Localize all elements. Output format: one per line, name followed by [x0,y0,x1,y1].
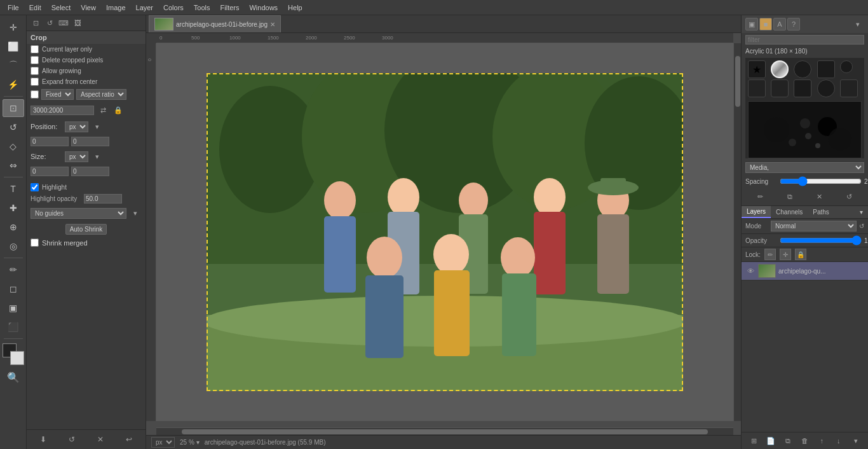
brush-swatch-star[interactable]: ★ [748,60,766,78]
fuzzy-select-tool[interactable]: ⚡ [3,76,24,93]
current-layer-checkbox[interactable] [31,45,39,53]
search-tool[interactable]: 🔍 [3,368,24,386]
move-tool[interactable]: ✛ [3,18,24,36]
brush-color-icon[interactable]: ■ [759,18,772,31]
layer-down-btn[interactable]: ↓ [832,434,845,447]
scrollbar-horizontal[interactable] [156,427,733,435]
allow-growing-checkbox[interactable] [31,67,39,75]
layer-up-btn[interactable]: ↑ [815,434,828,447]
highlight-opacity-input[interactable] [84,194,122,204]
menu-edit[interactable]: Edit [24,3,46,13]
mode-select[interactable]: Normal [771,221,857,231]
panel-tool-icon[interactable]: ⊡ [29,17,42,29]
free-select-tool[interactable]: ⌒ [3,57,24,74]
layers-expand-btn[interactable]: ▾ [855,207,868,218]
delete-layer-btn[interactable]: 🗑 [798,434,811,447]
size-unit-select[interactable]: px [65,151,88,162]
size-value-input[interactable] [31,106,94,115]
position-unit-select[interactable]: px [65,121,88,132]
brush-swatch-acrylic1[interactable] [771,60,789,78]
panel-device-icon[interactable]: ⌨ [57,17,70,29]
menu-windows[interactable]: Windows [244,3,283,13]
tab-close-button[interactable]: ✕ [270,21,275,28]
text-tool[interactable]: T [3,180,24,198]
tab-layers[interactable]: Layers [742,206,771,218]
brush-help-icon[interactable]: ? [787,18,800,31]
save-preset-icon[interactable]: ↺ [65,432,79,446]
flip-tool[interactable]: ⇔ [3,156,24,174]
layers-menu-btn[interactable]: ▾ [850,434,862,447]
brush-swatch-misc2[interactable] [771,79,789,97]
brush-swatch-circle1[interactable] [840,60,853,73]
delete-preset-icon[interactable]: ✕ [93,432,107,446]
blur-tool[interactable]: ◎ [3,237,24,255]
fixed-select[interactable]: Fixed [41,89,74,100]
canvas-tab-main[interactable]: archipelago-quest-01i-before.jpg ✕ [149,15,281,32]
menu-layer[interactable]: Layer [131,3,159,13]
layer-item[interactable]: 👁 archipelago-qu... [742,262,868,280]
erase-tool[interactable]: ◻ [3,280,24,298]
size-h-input[interactable] [71,167,109,176]
brush-swatch-misc3[interactable] [794,79,811,97]
menu-tools[interactable]: Tools [189,3,215,13]
canvas-content[interactable] [156,43,733,421]
panel-image-icon[interactable]: 🖼 [71,17,84,29]
opacity-slider[interactable] [780,235,862,245]
new-layer-group-btn[interactable]: ⊞ [747,434,760,447]
highlight-checkbox[interactable] [31,183,39,191]
brush-swatch-misc4[interactable] [817,79,835,97]
layers-reset-icon[interactable]: ↺ [859,223,864,230]
swap-icon[interactable]: ⇄ [97,104,109,116]
position-dropdown-icon[interactable]: ▾ [91,120,104,133]
panel-history-icon[interactable]: ↺ [43,17,56,29]
fixed-checkbox[interactable] [31,90,39,99]
zoom-dropdown[interactable]: ▾ [196,439,200,446]
scrollbar-vertical[interactable] [733,43,741,421]
auto-shrink-button[interactable]: Auto Shrink [65,224,107,235]
layer-visibility-icon[interactable]: 👁 [745,266,756,276]
delete-cropped-checkbox[interactable] [31,56,39,64]
guides-dropdown-icon[interactable]: ▾ [129,207,142,219]
menu-select[interactable]: Select [46,3,76,13]
lock-all-btn[interactable]: 🔒 [795,249,806,260]
brush-grid-icon[interactable]: ▣ [745,18,758,31]
tab-paths[interactable]: Paths [808,207,834,218]
brush-filter-input[interactable] [745,35,864,45]
rotate-tool[interactable]: ↺ [3,118,24,136]
menu-colors[interactable]: Colors [158,3,189,13]
brush-edit-icon[interactable]: ✏ [753,190,767,204]
menu-file[interactable]: File [3,3,24,13]
menu-image[interactable]: Image [101,3,131,13]
fill-tool[interactable]: ▣ [3,299,24,317]
perspective-tool[interactable]: ◇ [3,137,24,155]
aspect-ratio-select[interactable]: Aspect ratio [76,89,126,100]
clone-tool[interactable]: ⊕ [3,218,24,236]
brush-refresh-icon[interactable]: ↺ [843,190,857,204]
scrollbar-thumb-h[interactable] [182,429,708,434]
tab-channels[interactable]: Channels [771,207,808,218]
unit-select[interactable]: px [151,437,175,448]
background-color[interactable] [10,351,24,365]
brush-swatch-misc5[interactable] [840,79,858,97]
brush-swatch-misc1[interactable] [748,79,766,97]
lock-pixels-btn[interactable]: ✏ [764,249,776,260]
position-y-input[interactable] [71,137,109,146]
brush-swatch-dot2[interactable] [817,60,835,78]
menu-view[interactable]: View [76,3,101,13]
lock-ratio-icon[interactable]: 🔒 [112,104,125,116]
rect-select-tool[interactable]: ⬜ [3,38,24,55]
reset-icon[interactable]: ↩ [122,432,136,446]
scrollbar-thumb-v[interactable] [735,56,740,107]
menu-help[interactable]: Help [283,3,308,13]
brush-delete-icon[interactable]: ✕ [813,190,827,204]
shrink-merged-checkbox[interactable] [31,238,39,247]
menu-filters[interactable]: Filters [215,3,245,13]
gradient-tool[interactable]: ⬛ [3,318,24,336]
crop-tool[interactable]: ⊡ [3,99,24,117]
heal-tool[interactable]: ✚ [3,199,24,217]
restore-defaults-icon[interactable]: ⬇ [36,432,50,446]
media-select[interactable]: Media, [745,162,864,173]
lock-position-btn[interactable]: ✛ [780,249,791,260]
brush-text-icon[interactable]: A [773,18,786,31]
spacing-slider[interactable] [780,176,862,186]
